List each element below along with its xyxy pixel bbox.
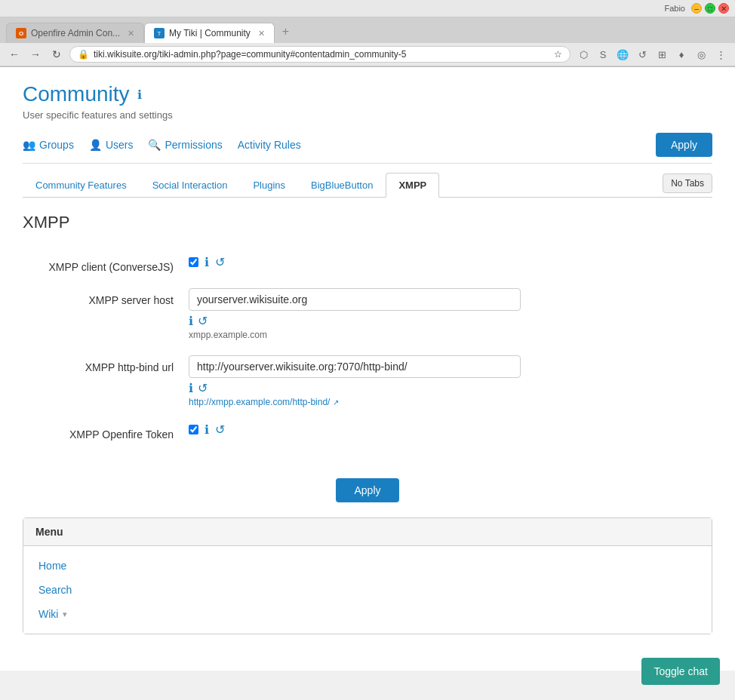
new-tab-button[interactable]: + [275, 20, 297, 43]
xmpp-server-host-row: XMPP server host ℹ ↺ xmpp.example.com [23, 288, 712, 340]
xmpp-server-host-input[interactable] [189, 288, 521, 311]
xmpp-client-reset-icon[interactable]: ↺ [215, 255, 225, 269]
browser-addressbar: ← → ↻ 🔒 tiki.wikisuite.org/tiki-admin.ph… [0, 43, 735, 66]
xmpp-http-bind-reset-icon[interactable]: ↺ [198, 381, 208, 395]
browser-tab-tiki[interactable]: T My Tiki | Community ✕ [144, 23, 275, 43]
menu-header: Menu [23, 518, 712, 546]
groups-icon: 👥 [23, 139, 35, 151]
no-tabs-button[interactable]: No Tabs [663, 173, 712, 193]
xmpp-openfire-token-checkbox[interactable] [189, 425, 198, 434]
permissions-icon: 🔍 [148, 139, 161, 151]
tab-plugins[interactable]: Plugins [240, 173, 298, 197]
page-subtitle: User specific features and settings [23, 109, 712, 121]
xmpp-openfire-token-info-icon[interactable]: ℹ [205, 422, 209, 437]
xmpp-client-row: XMPP client (ConverseJS) ℹ ↺ [23, 255, 712, 273]
address-box[interactable]: 🔒 tiki.wikisuite.org/tiki-admin.php?page… [69, 46, 570, 63]
close-button[interactable]: ✕ [718, 3, 729, 14]
xmpp-openfire-token-checkbox-row: ℹ ↺ [189, 422, 521, 437]
browser-tabs: O Openfire Admin Con... ✕ T My Tiki | Co… [0, 17, 735, 43]
menu-item-search[interactable]: Search [23, 578, 712, 602]
xmpp-http-bind-row: XMPP http-bind url ℹ ↺ http://xmpp.examp… [23, 355, 712, 407]
openfire-favicon: O [16, 28, 26, 38]
browser-tab-openfire[interactable]: O Openfire Admin Con... ✕ [6, 23, 144, 43]
xmpp-http-bind-icons: ℹ ↺ [189, 381, 521, 395]
tab-close-openfire[interactable]: ✕ [128, 29, 134, 38]
page-title: Community [23, 82, 130, 106]
xmpp-openfire-token-field: ℹ ↺ [189, 422, 521, 437]
groups-label: Groups [39, 139, 74, 151]
menu-section: Menu Home Search Wiki ▾ [23, 517, 712, 634]
tab-label-openfire: Openfire Admin Con... [31, 28, 120, 38]
xmpp-server-host-reset-icon[interactable]: ↺ [198, 314, 208, 328]
activity-rules-label: Activity Rules [238, 139, 301, 151]
tiki-favicon: T [154, 28, 165, 38]
tab-community-features[interactable]: Community Features [23, 173, 140, 197]
tab-close-tiki[interactable]: ✕ [258, 29, 265, 38]
security-icon: 🔒 [78, 49, 89, 60]
extension-icon-6[interactable]: ♦ [673, 46, 690, 63]
xmpp-http-bind-info-icon[interactable]: ℹ [189, 381, 193, 395]
menu-item-home-label: Home [38, 560, 66, 572]
xmpp-client-label: XMPP client (ConverseJS) [23, 255, 174, 273]
xmpp-http-bind-input[interactable] [189, 355, 521, 378]
nav-activity-rules[interactable]: Activity Rules [238, 139, 301, 151]
xmpp-section-title: XMPP [23, 213, 712, 232]
wiki-dropdown-icon: ▾ [63, 609, 67, 619]
tab-label-tiki: My Tiki | Community [169, 28, 251, 38]
xmpp-client-checkbox-row: ℹ ↺ [189, 255, 521, 269]
xmpp-server-host-label: XMPP server host [23, 288, 174, 306]
top-nav: 👥 Groups 👤 Users 🔍 Permissions Activity … [23, 133, 712, 164]
nav-users[interactable]: 👤 Users [89, 139, 134, 151]
xmpp-openfire-token-label: XMPP Openfire Token [23, 422, 174, 441]
tab-social-interaction[interactable]: Social Interaction [140, 173, 241, 197]
permissions-label: Permissions [165, 139, 222, 151]
xmpp-http-bind-field: ℹ ↺ http://xmpp.example.com/http-bind/ ↗ [189, 355, 521, 407]
xmpp-client-checkbox[interactable] [189, 257, 198, 267]
bookmark-icon[interactable]: ☆ [554, 49, 562, 60]
nav-groups[interactable]: 👥 Groups [23, 139, 74, 151]
toggle-chat-button[interactable]: Toggle chat [641, 658, 720, 671]
secondary-tabs: Community Features Social Interaction Pl… [23, 173, 712, 198]
maximize-button[interactable]: □ [705, 3, 715, 14]
secondary-tabs-left: Community Features Social Interaction Pl… [23, 173, 439, 197]
forward-button[interactable]: → [27, 46, 44, 63]
extension-icon-7[interactable]: ◎ [693, 46, 709, 63]
tab-bigbluebutton[interactable]: BigBlueButton [298, 173, 386, 197]
xmpp-http-bind-label: XMPP http-bind url [23, 355, 174, 373]
tab-xmpp[interactable]: XMPP [386, 173, 439, 198]
users-label: Users [106, 139, 134, 151]
extension-icon-5[interactable]: ⊞ [654, 46, 670, 63]
extension-icon-1[interactable]: ⬡ [575, 46, 592, 63]
xmpp-client-help-icon[interactable]: ℹ [205, 255, 209, 269]
help-icon[interactable]: ℹ [137, 88, 142, 102]
extension-icon-2[interactable]: S [595, 46, 611, 63]
menu-button[interactable]: ⋮ [712, 46, 729, 63]
menu-item-home[interactable]: Home [23, 554, 712, 578]
minimize-button[interactable]: – [691, 3, 702, 14]
menu-item-wiki[interactable]: Wiki ▾ [23, 602, 712, 626]
xmpp-http-bind-link[interactable]: http://xmpp.example.com/http-bind/ ↗ [189, 397, 339, 407]
browser-titlebar: Fabio – □ ✕ [0, 0, 735, 17]
reload-button[interactable]: ↻ [48, 46, 65, 63]
nav-permissions[interactable]: 🔍 Permissions [148, 139, 222, 151]
menu-item-search-label: Search [38, 584, 72, 596]
external-link-icon: ↗ [333, 398, 339, 407]
extension-icon-4[interactable]: ↺ [634, 46, 650, 63]
page-header: Community ℹ [23, 82, 712, 106]
user-label: Fabio [664, 4, 685, 13]
top-apply-button[interactable]: Apply [656, 133, 712, 157]
extension-icon-3[interactable]: 🌐 [614, 46, 631, 63]
xmpp-server-host-info-icon[interactable]: ℹ [189, 314, 193, 328]
users-icon: 👤 [89, 139, 102, 151]
menu-item-wiki-label: Wiki [38, 608, 58, 620]
xmpp-openfire-token-row: XMPP Openfire Token ℹ ↺ [23, 422, 712, 441]
xmpp-server-host-field: ℹ ↺ xmpp.example.com [189, 288, 521, 340]
xmpp-openfire-token-reset-icon[interactable]: ↺ [215, 422, 225, 437]
xmpp-server-host-hint: xmpp.example.com [189, 330, 521, 340]
xmpp-form: XMPP client (ConverseJS) ℹ ↺ XMPP server… [23, 247, 712, 463]
address-text[interactable]: tiki.wikisuite.org/tiki-admin.php?page=c… [94, 49, 549, 60]
form-apply-button[interactable]: Apply [336, 478, 398, 502]
top-nav-links: 👥 Groups 👤 Users 🔍 Permissions Activity … [23, 139, 301, 151]
back-button[interactable]: ← [6, 46, 23, 63]
browser-chrome: Fabio – □ ✕ O Openfire Admin Con... ✕ T … [0, 0, 735, 67]
